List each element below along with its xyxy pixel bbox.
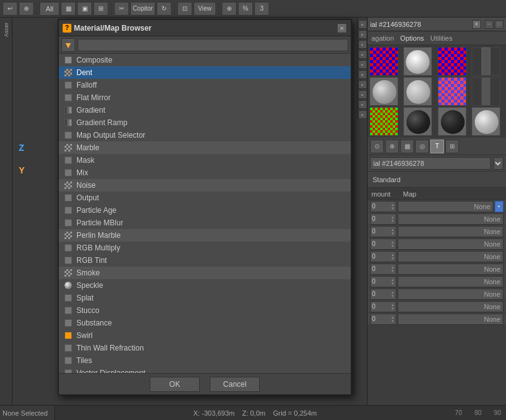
swirl-icon (64, 331, 73, 340)
speckle-label: Speckle (76, 281, 103, 290)
modal-overlay: ? Material/Map Browser × ▼ Composite Den… (0, 0, 506, 420)
modal-filter-icon[interactable]: ▼ (61, 38, 75, 52)
mix-label: Mix (76, 168, 88, 177)
substance-label: Substance (76, 319, 112, 327)
rgb-tint-icon (64, 256, 73, 265)
list-item-swirl[interactable]: Swirl (59, 329, 351, 342)
list-item-flat-mirror[interactable]: Flat Mirror (59, 91, 351, 104)
perlin-marble-label: Perlin Marble (76, 231, 121, 240)
noise-label: Noise (76, 181, 96, 190)
particle-mblur-label: Particle MBlur (76, 218, 123, 227)
marble-label: Marble (76, 143, 100, 152)
gradient-ramp-label: Gradient Ramp (76, 118, 127, 127)
output-label: Output (76, 193, 99, 202)
composite-label: Composite (76, 56, 112, 64)
map-output-label: Map Output Selector (76, 131, 145, 140)
perlin-marble-icon (64, 231, 73, 240)
modal-close-button[interactable]: × (337, 23, 347, 33)
modal-titlebar: ? Material/Map Browser × (59, 20, 351, 36)
modal-list-container[interactable]: Composite Dent Falloff Flat Mirror Gradi… (59, 54, 351, 373)
list-item-mix[interactable]: Mix (59, 166, 351, 179)
rgb-tint-label: RGB Tint (76, 256, 107, 265)
list-item-thin-wall-refraction[interactable]: Thin Wall Refraction (59, 342, 351, 354)
ok-button[interactable]: OK (150, 377, 200, 392)
stucco-label: Stucco (76, 306, 100, 315)
list-item-tiles[interactable]: Tiles (59, 354, 351, 367)
tiles-label: Tiles (76, 356, 92, 365)
modal-search-input[interactable] (78, 39, 348, 51)
list-item-falloff[interactable]: Falloff (59, 79, 351, 91)
list-item-gradient-ramp[interactable]: Gradient Ramp (59, 116, 351, 129)
list-item-particle-age[interactable]: Particle Age (59, 204, 351, 217)
gradient-icon (64, 106, 73, 115)
rgb-multiply-label: RGB Multiply (76, 243, 120, 252)
dent-icon (64, 68, 73, 77)
speckle-icon (64, 281, 73, 290)
list-item-composite[interactable]: Composite (59, 54, 351, 66)
vector-disp-icon (64, 369, 73, 373)
modal-dialog: ? Material/Map Browser × ▼ Composite Den… (58, 19, 352, 396)
mask-label: Mask (76, 156, 95, 165)
list-item-perlin-marble[interactable]: Perlin Marble (59, 229, 351, 242)
flat-mirror-icon (64, 93, 73, 102)
vector-displacement-label: Vector Displacement (76, 369, 145, 373)
particle-age-icon (64, 206, 73, 215)
stucco-icon (64, 306, 73, 315)
modal-list: Composite Dent Falloff Flat Mirror Gradi… (59, 54, 351, 373)
list-item-output[interactable]: Output (59, 192, 351, 204)
output-icon (64, 193, 73, 202)
list-item-vector-displacement[interactable]: Vector Displacement (59, 367, 351, 373)
thin-wall-label: Thin Wall Refraction (76, 344, 144, 352)
list-item-mask[interactable]: Mask (59, 154, 351, 166)
list-item-splat[interactable]: Splat (59, 292, 351, 304)
list-item-map-output[interactable]: Map Output Selector (59, 129, 351, 141)
splat-icon (64, 294, 73, 302)
list-item-dent[interactable]: Dent (59, 66, 351, 79)
gradient-ramp-icon (64, 118, 73, 127)
list-item-stucco[interactable]: Stucco (59, 304, 351, 317)
composite-icon (64, 56, 73, 64)
smoke-icon (64, 269, 73, 277)
flat-mirror-label: Flat Mirror (76, 93, 111, 102)
dent-label: Dent (76, 68, 92, 77)
gradient-label: Gradient (76, 106, 105, 115)
list-item-rgb-multiply[interactable]: RGB Multiply (59, 242, 351, 254)
falloff-label: Falloff (76, 81, 96, 90)
falloff-icon (64, 81, 73, 90)
tiles-icon (64, 356, 73, 365)
modal-toolbar: ▼ (59, 36, 351, 54)
thin-wall-icon (64, 344, 73, 352)
particle-age-label: Particle Age (76, 206, 116, 215)
smoke-label: Smoke (76, 269, 100, 277)
list-item-noise[interactable]: Noise (59, 179, 351, 192)
list-item-particle-mblur[interactable]: Particle MBlur (59, 217, 351, 229)
list-item-marble[interactable]: Marble (59, 141, 351, 154)
modal-title-icon: ? (63, 24, 71, 33)
marble-icon (64, 143, 73, 152)
mask-icon (64, 156, 73, 165)
substance-icon (64, 319, 73, 327)
list-item-substance[interactable]: Substance (59, 317, 351, 329)
list-item-speckle[interactable]: Speckle (59, 279, 351, 292)
list-item-smoke[interactable]: Smoke (59, 267, 351, 279)
particle-mblur-icon (64, 218, 73, 227)
mix-icon (64, 168, 73, 177)
list-item-gradient[interactable]: Gradient (59, 104, 351, 116)
map-output-icon (64, 131, 73, 140)
swirl-label: Swirl (76, 331, 93, 340)
splat-label: Splat (76, 294, 93, 302)
cancel-button[interactable]: Cancel (210, 377, 260, 392)
rgb-multiply-icon (64, 243, 73, 252)
list-item-rgb-tint[interactable]: RGB Tint (59, 254, 351, 267)
modal-search-area (78, 39, 348, 51)
noise-icon (64, 181, 73, 190)
modal-footer: OK Cancel (59, 373, 351, 394)
modal-title: Material/Map Browser (74, 24, 334, 33)
